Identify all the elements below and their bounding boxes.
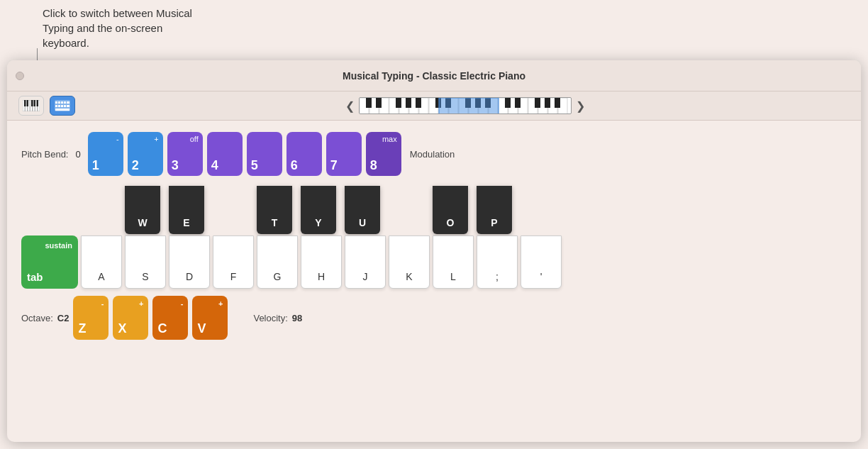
key-d[interactable]: D xyxy=(169,235,210,289)
key-e[interactable]: E xyxy=(169,186,204,234)
key-u[interactable]: U xyxy=(345,186,380,234)
octave-key-z[interactable]: - Z xyxy=(73,296,108,340)
toolbar: ❮ xyxy=(7,92,861,121)
pitch-key-8-bottom: 8 xyxy=(370,158,377,173)
tooltip-line2: Typing and the on-screen keyboard. xyxy=(43,22,162,49)
key-p[interactable]: P xyxy=(477,186,512,234)
octave-key-c-top: - xyxy=(181,299,184,308)
tab-key-bottom-label: tab xyxy=(27,271,43,283)
octave-key-c[interactable]: - C xyxy=(152,296,188,340)
pitch-key-2-bottom: 2 xyxy=(132,158,139,173)
key-h[interactable]: H xyxy=(301,235,342,289)
svg-rect-49 xyxy=(416,98,421,108)
velocity-value: 98 xyxy=(292,313,302,323)
svg-rect-57 xyxy=(535,98,540,108)
key-u-label: U xyxy=(359,217,366,228)
svg-rect-58 xyxy=(545,98,550,108)
key-l-label: L xyxy=(450,271,456,282)
key-t[interactable]: T xyxy=(257,186,292,234)
mini-keyboard[interactable] xyxy=(359,97,572,114)
svg-rect-59 xyxy=(555,98,560,108)
svg-rect-17 xyxy=(67,101,69,104)
pitch-key-2[interactable]: + 2 xyxy=(128,132,163,176)
svg-rect-48 xyxy=(406,98,411,108)
piano-icon xyxy=(23,100,40,111)
key-s-label: S xyxy=(142,271,148,282)
pitch-key-8[interactable]: max 8 xyxy=(366,132,401,176)
key-h-group: Y H xyxy=(301,186,342,289)
pitch-key-1-top: - xyxy=(116,135,119,143)
key-l-group: O L xyxy=(433,186,474,289)
pitch-key-2-top: + xyxy=(154,135,158,143)
key-semicolon[interactable]: ; xyxy=(477,235,518,289)
tab-key[interactable]: sustain tab xyxy=(21,235,78,289)
keyboard-view-button[interactable] xyxy=(50,96,75,116)
key-s-group: W S xyxy=(125,186,166,289)
svg-rect-9 xyxy=(31,100,33,106)
key-g[interactable]: G xyxy=(257,235,298,289)
key-y-label: Y xyxy=(315,217,321,228)
key-quote[interactable]: ' xyxy=(521,235,562,289)
pitch-key-6[interactable]: 6 xyxy=(286,132,322,176)
key-o-label: O xyxy=(447,217,455,228)
pitch-key-5-bottom: 5 xyxy=(251,158,258,173)
pitch-bend-value: 0 xyxy=(76,149,81,160)
nav-left-arrow[interactable]: ❮ xyxy=(345,99,355,113)
svg-rect-16 xyxy=(64,101,66,104)
octave-key-z-top: - xyxy=(101,299,104,308)
key-h-label: H xyxy=(318,271,325,282)
pitch-key-5[interactable]: 5 xyxy=(247,132,282,176)
key-k[interactable]: K xyxy=(389,235,430,289)
key-j[interactable]: J xyxy=(345,235,386,289)
pitch-key-7[interactable]: 7 xyxy=(326,132,362,176)
keyboard-rows: sustain tab A W S E xyxy=(21,186,847,289)
traffic-light[interactable] xyxy=(16,72,24,80)
piano-view-button[interactable] xyxy=(18,96,44,116)
svg-rect-45 xyxy=(366,98,372,108)
titlebar: Musical Typing - Classic Electric Piano xyxy=(7,60,861,92)
key-j-group: U J xyxy=(345,186,386,289)
modulation-label: Modulation xyxy=(410,149,455,160)
svg-rect-10 xyxy=(34,100,36,106)
svg-rect-21 xyxy=(64,105,66,107)
svg-rect-8 xyxy=(27,100,29,106)
svg-rect-22 xyxy=(67,105,69,107)
key-g-group: T G xyxy=(257,186,298,289)
svg-rect-55 xyxy=(505,98,511,108)
key-t-label: T xyxy=(272,217,278,228)
key-s[interactable]: S xyxy=(125,235,166,289)
svg-rect-11 xyxy=(37,100,39,106)
octave-row: Octave: C2 - Z + X - C + V Velocity: xyxy=(21,296,847,340)
pitch-key-3[interactable]: off 3 xyxy=(167,132,203,176)
key-y[interactable]: Y xyxy=(301,186,336,234)
pitch-key-7-bottom: 7 xyxy=(330,158,338,173)
key-o[interactable]: O xyxy=(433,186,468,234)
svg-rect-18 xyxy=(55,105,57,107)
key-w[interactable]: W xyxy=(125,186,160,234)
key-f[interactable]: F xyxy=(213,235,254,289)
key-d-label: D xyxy=(186,271,193,282)
pitch-key-6-bottom: 6 xyxy=(291,158,298,173)
octave-key-x-top: + xyxy=(139,299,143,308)
key-semicolon-group: P ; xyxy=(477,186,518,289)
svg-rect-20 xyxy=(61,105,63,107)
pitch-key-4[interactable]: 4 xyxy=(207,132,243,176)
key-e-label: E xyxy=(183,217,189,228)
octave-key-x-bottom: X xyxy=(118,321,126,336)
svg-rect-47 xyxy=(396,98,401,108)
svg-rect-56 xyxy=(515,98,521,108)
mini-keyboard-svg xyxy=(360,98,572,114)
octave-key-v[interactable]: + V xyxy=(192,296,228,340)
pitch-key-4-bottom: 4 xyxy=(211,158,218,173)
window-title: Musical Typing - Classic Electric Piano xyxy=(343,70,525,82)
pitch-key-3-bottom: 3 xyxy=(172,158,179,173)
key-k-label: K xyxy=(406,271,412,282)
nav-right-arrow[interactable]: ❯ xyxy=(576,99,585,113)
key-quote-label: ' xyxy=(540,271,542,282)
pitch-bend-label: Pitch Bend: xyxy=(21,149,69,160)
key-a[interactable]: A xyxy=(81,235,122,289)
key-l[interactable]: L xyxy=(433,235,474,289)
pitch-key-1[interactable]: - 1 xyxy=(88,132,123,176)
content: Pitch Bend: 0 - 1 + 2 off 3 4 xyxy=(7,121,861,351)
octave-key-x[interactable]: + X xyxy=(113,296,148,340)
